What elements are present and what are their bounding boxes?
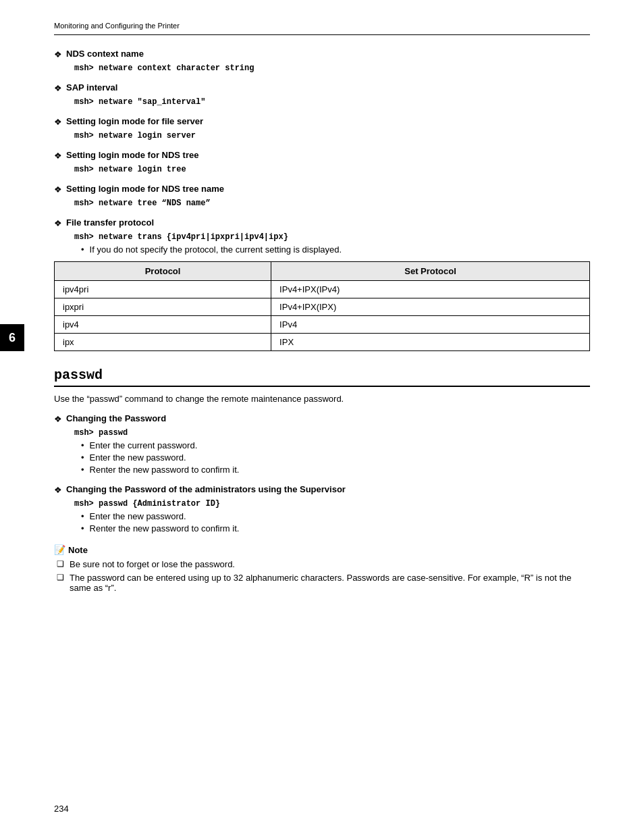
- section-nds-context: ❖ NDS context name: [54, 49, 590, 59]
- table-cell-set-protocol: IPv4+IPX(IPv4): [271, 281, 590, 298]
- diamond-icon-5: ❖: [54, 184, 62, 194]
- section-label-changing-password-admin: Changing the Password of the administrat…: [66, 484, 346, 494]
- bullet-text-passwd-2: Enter the new password.: [90, 452, 186, 463]
- section-login-nds-name: ❖ Setting login mode for NDS tree name: [54, 184, 590, 194]
- section-label-file-transfer: File transfer protocol: [66, 217, 154, 228]
- diamond-icon-2: ❖: [54, 83, 62, 93]
- section-label-login-file: Setting login mode for file server: [66, 116, 203, 126]
- bullet-icon-p1: •: [81, 440, 84, 450]
- page-number: 234: [54, 804, 69, 814]
- code-login-nds-name: msh> netware tree “NDS name”: [74, 199, 590, 208]
- diamond-icon-7: ❖: [54, 414, 62, 424]
- bullet-admin-1: • Enter the new password.: [81, 511, 590, 521]
- note-item-1: ❑ Be sure not to forget or lose the pass…: [57, 559, 590, 569]
- diamond-icon-4: ❖: [54, 151, 62, 161]
- bullet-icon: •: [81, 244, 84, 255]
- code-file-transfer: msh> netware trans {ipv4pri|ipxpri|ipv4|…: [74, 232, 590, 242]
- checkbox-icon-2: ❑: [57, 573, 64, 582]
- bullet-admin-2: • Renter the new password to confirm it.: [81, 523, 590, 533]
- code-sap: msh> netware "sap_interval": [74, 97, 590, 107]
- section-label-changing-password: Changing the Password: [66, 413, 166, 423]
- passwd-description: Use the “passwd” command to change the r…: [54, 394, 590, 404]
- bullet-icon-p2: •: [81, 452, 84, 463]
- bullet-passwd-2: • Enter the new password.: [81, 452, 590, 463]
- diamond-icon-8: ❖: [54, 485, 62, 495]
- header-text: Monitoring and Configuring the Printer: [54, 22, 180, 30]
- note-item-2: ❑ The password can be entered using up t…: [57, 573, 590, 593]
- chapter-tab: 6: [0, 324, 24, 351]
- section-label-sap: SAP interval: [66, 82, 117, 93]
- note-text-2: The password can be entered using up to …: [70, 573, 590, 593]
- table-row: ipxIPX: [55, 334, 590, 351]
- protocol-table: Protocol Set Protocol ipv4priIPv4+IPX(IP…: [54, 261, 590, 351]
- code-login-nds: msh> netware login tree: [74, 165, 590, 174]
- table-header-set-protocol: Set Protocol: [271, 262, 590, 281]
- diamond-icon-6: ❖: [54, 218, 62, 228]
- bullet-text-file-transfer: If you do not specify the protocol, the …: [90, 244, 342, 255]
- table-cell-protocol: ipx: [55, 334, 271, 351]
- note-icon: 📝: [54, 544, 65, 555]
- code-passwd: msh> passwd: [74, 428, 590, 438]
- diamond-icon: ❖: [54, 49, 62, 59]
- section-divider-thick: [54, 386, 590, 387]
- diamond-icon-3: ❖: [54, 117, 62, 127]
- section-sap-interval: ❖ SAP interval: [54, 82, 590, 93]
- table-cell-protocol: ipxpri: [55, 298, 271, 316]
- code-nds-context: msh> netware context character string: [74, 63, 590, 73]
- page-header: Monitoring and Configuring the Printer: [54, 20, 590, 35]
- table-row: ipxpriIPv4+IPX(IPX): [55, 298, 590, 316]
- table-cell-protocol: ipv4pri: [55, 281, 271, 298]
- section-login-nds: ❖ Setting login mode for NDS tree: [54, 150, 590, 161]
- table-cell-set-protocol: IPX: [271, 334, 590, 351]
- section-file-transfer: ❖ File transfer protocol: [54, 217, 590, 228]
- table-header-row: Protocol Set Protocol: [55, 262, 590, 281]
- table-row: ipv4priIPv4+IPX(IPv4): [55, 281, 590, 298]
- bullet-passwd-3: • Renter the new password to confirm it.: [81, 465, 590, 475]
- section-changing-password-admin: ❖ Changing the Password of the administr…: [54, 484, 590, 495]
- bullet-file-transfer: • If you do not specify the protocol, th…: [81, 244, 590, 255]
- bullet-text-admin-2: Renter the new password to confirm it.: [90, 523, 240, 533]
- section-label-login-nds: Setting login mode for NDS tree: [66, 150, 198, 160]
- note-title: 📝 Note: [54, 544, 590, 555]
- checkbox-icon-1: ❑: [57, 559, 64, 569]
- table-cell-set-protocol: IPv4: [271, 316, 590, 334]
- note-text-1: Be sure not to forget or lose the passwo…: [70, 559, 235, 569]
- bullet-icon-p3: •: [81, 465, 84, 475]
- table-header-protocol: Protocol: [55, 262, 271, 281]
- bullet-text-passwd-3: Renter the new password to confirm it.: [90, 465, 240, 475]
- bullet-icon-a2: •: [81, 523, 84, 533]
- section-login-file: ❖ Setting login mode for file server: [54, 116, 590, 127]
- note-title-text: Note: [68, 545, 88, 555]
- bullet-text-passwd-1: Enter the current password.: [90, 440, 198, 450]
- bullet-passwd-1: • Enter the current password.: [81, 440, 590, 450]
- bullet-text-admin-1: Enter the new password.: [90, 511, 186, 521]
- code-passwd-admin: msh> passwd {Administrator ID}: [74, 499, 590, 509]
- section-label-login-nds-name: Setting login mode for NDS tree name: [66, 184, 224, 194]
- section-changing-password: ❖ Changing the Password: [54, 413, 590, 424]
- chapter-number: 6: [9, 331, 16, 345]
- passwd-section-title: passwd: [54, 367, 590, 383]
- note-section: 📝 Note ❑ Be sure not to forget or lose t…: [54, 544, 590, 593]
- section-label-nds-context: NDS context name: [66, 49, 144, 59]
- code-login-file: msh> netware login server: [74, 131, 590, 140]
- table-row: ipv4IPv4: [55, 316, 590, 334]
- table-cell-set-protocol: IPv4+IPX(IPX): [271, 298, 590, 316]
- bullet-icon-a1: •: [81, 511, 84, 521]
- page-container: 6 Monitoring and Configuring the Printer…: [0, 0, 644, 834]
- table-cell-protocol: ipv4: [55, 316, 271, 334]
- protocol-table-body: ipv4priIPv4+IPX(IPv4)ipxpriIPv4+IPX(IPX)…: [55, 281, 590, 351]
